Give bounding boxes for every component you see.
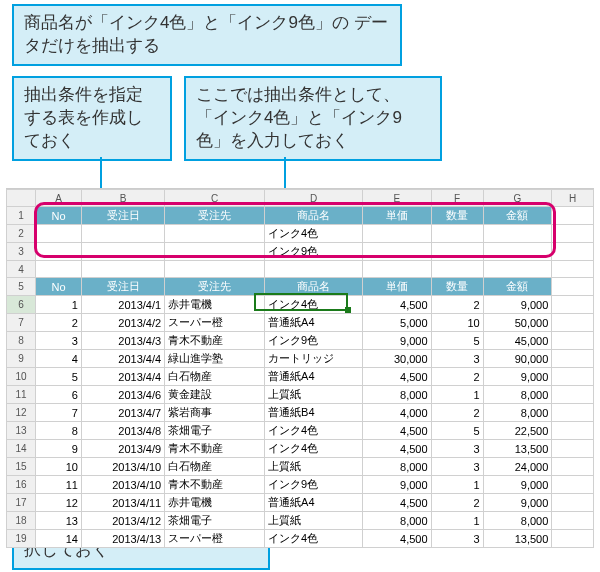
cell-qty[interactable]: 1 (431, 476, 483, 494)
cell-customer[interactable]: 青木不動産 (165, 332, 265, 350)
cell-price[interactable]: 8,000 (362, 386, 431, 404)
criteria-cell[interactable] (165, 225, 265, 243)
cell-amount[interactable]: 9,000 (483, 296, 552, 314)
cell-price[interactable]: 8,000 (362, 458, 431, 476)
cell-no[interactable]: 9 (36, 440, 82, 458)
cell-date[interactable]: 2013/4/11 (81, 494, 164, 512)
cell-qty[interactable]: 3 (431, 458, 483, 476)
criteria-cell[interactable] (431, 243, 483, 261)
row-header-13[interactable]: 13 (7, 422, 36, 440)
table-header-5[interactable]: 数量 (431, 278, 483, 296)
cell[interactable] (552, 494, 594, 512)
table-header-1[interactable]: 受注日 (81, 278, 164, 296)
cell-customer[interactable]: 緑山進学塾 (165, 350, 265, 368)
cell-date[interactable]: 2013/4/12 (81, 512, 164, 530)
cell[interactable] (552, 332, 594, 350)
cell-date[interactable]: 2013/4/4 (81, 350, 164, 368)
cell-price[interactable]: 4,500 (362, 440, 431, 458)
cell[interactable] (552, 404, 594, 422)
table-header-6[interactable]: 金額 (483, 278, 552, 296)
cell-price[interactable]: 4,500 (362, 296, 431, 314)
row-header-2[interactable]: 2 (7, 225, 36, 243)
criteria-cell[interactable] (431, 225, 483, 243)
table-header-4[interactable]: 単価 (362, 278, 431, 296)
cell-qty[interactable]: 2 (431, 404, 483, 422)
cell-price[interactable]: 4,500 (362, 422, 431, 440)
criteria-header-5[interactable]: 数量 (431, 207, 483, 225)
cell-customer[interactable]: 茶畑電子 (165, 422, 265, 440)
cell-no[interactable]: 6 (36, 386, 82, 404)
cell[interactable] (552, 458, 594, 476)
cell-amount[interactable]: 8,000 (483, 512, 552, 530)
cell-qty[interactable]: 5 (431, 332, 483, 350)
cell-price[interactable]: 5,000 (362, 314, 431, 332)
cell-amount[interactable]: 45,000 (483, 332, 552, 350)
spreadsheet-grid[interactable]: ABCDEFGH1No受注日受注先商品名単価数量金額2インク4色3インク9色45… (6, 189, 594, 548)
cell-no[interactable]: 8 (36, 422, 82, 440)
row-header-4[interactable]: 4 (7, 261, 36, 278)
row-header-11[interactable]: 11 (7, 386, 36, 404)
criteria-cell[interactable] (36, 243, 82, 261)
cell-customer[interactable]: 茶畑電子 (165, 512, 265, 530)
column-header-D[interactable]: D (265, 190, 363, 207)
cell-date[interactable]: 2013/4/8 (81, 422, 164, 440)
column-header-B[interactable]: B (81, 190, 164, 207)
column-header-F[interactable]: F (431, 190, 483, 207)
row-header-17[interactable]: 17 (7, 494, 36, 512)
cell-product[interactable]: インク4色 (265, 530, 363, 548)
cell[interactable] (165, 261, 265, 278)
cell-customer[interactable]: スーパー橙 (165, 530, 265, 548)
cell-date[interactable]: 2013/4/6 (81, 386, 164, 404)
cell[interactable] (552, 512, 594, 530)
cell-customer[interactable]: 白石物産 (165, 458, 265, 476)
row-header-8[interactable]: 8 (7, 332, 36, 350)
cell-no[interactable]: 2 (36, 314, 82, 332)
cell-customer[interactable]: 白石物産 (165, 368, 265, 386)
cell[interactable] (552, 296, 594, 314)
cell[interactable] (552, 368, 594, 386)
column-header-C[interactable]: C (165, 190, 265, 207)
cell-date[interactable]: 2013/4/4 (81, 368, 164, 386)
row-header-10[interactable]: 10 (7, 368, 36, 386)
cell-qty[interactable]: 1 (431, 386, 483, 404)
cell-amount[interactable]: 50,000 (483, 314, 552, 332)
cell-no[interactable]: 1 (36, 296, 82, 314)
cell-product[interactable]: インク4色 (265, 422, 363, 440)
cell[interactable] (552, 440, 594, 458)
cell-product[interactable]: インク9色 (265, 332, 363, 350)
cell-qty[interactable]: 10 (431, 314, 483, 332)
cell-qty[interactable]: 2 (431, 296, 483, 314)
row-header-19[interactable]: 19 (7, 530, 36, 548)
cell-product[interactable]: インク9色 (265, 476, 363, 494)
cell-date[interactable]: 2013/4/13 (81, 530, 164, 548)
cell[interactable] (552, 278, 594, 296)
cell-date[interactable]: 2013/4/10 (81, 458, 164, 476)
cell-price[interactable]: 4,500 (362, 494, 431, 512)
cell-no[interactable]: 11 (36, 476, 82, 494)
table-header-3[interactable]: 商品名 (265, 278, 363, 296)
row-header-3[interactable]: 3 (7, 243, 36, 261)
cell-amount[interactable]: 8,000 (483, 404, 552, 422)
criteria-cell[interactable] (81, 225, 164, 243)
row-header-5[interactable]: 5 (7, 278, 36, 296)
table-header-0[interactable]: No (36, 278, 82, 296)
cell[interactable] (552, 225, 594, 243)
row-header-9[interactable]: 9 (7, 350, 36, 368)
cell-customer[interactable]: 黄金建設 (165, 386, 265, 404)
cell[interactable] (552, 243, 594, 261)
spreadsheet[interactable]: ABCDEFGH1No受注日受注先商品名単価数量金額2インク4色3インク9色45… (6, 188, 594, 548)
cell-amount[interactable]: 9,000 (483, 494, 552, 512)
cell-H1[interactable] (552, 207, 594, 225)
criteria-cell[interactable]: インク4色 (265, 225, 363, 243)
cell-amount[interactable]: 13,500 (483, 440, 552, 458)
criteria-header-3[interactable]: 商品名 (265, 207, 363, 225)
column-header-A[interactable]: A (36, 190, 82, 207)
criteria-cell[interactable] (362, 225, 431, 243)
cell-no[interactable]: 12 (36, 494, 82, 512)
cell-amount[interactable]: 24,000 (483, 458, 552, 476)
cell-product[interactable]: 普通紙A4 (265, 368, 363, 386)
cell[interactable] (81, 261, 164, 278)
cell-customer[interactable]: 赤井電機 (165, 296, 265, 314)
cell-amount[interactable]: 13,500 (483, 530, 552, 548)
cell[interactable] (552, 314, 594, 332)
